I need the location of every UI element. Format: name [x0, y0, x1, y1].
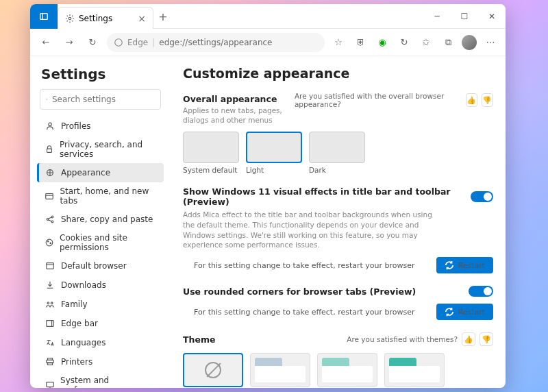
sidebar-item-lock[interactable]: Privacy, search, and services	[37, 136, 164, 163]
lock-icon	[45, 144, 54, 155]
menu-icon[interactable]: ⋯	[482, 34, 499, 51]
restart-button[interactable]: Restart	[436, 257, 493, 273]
content: Settings ProfilesPrivacy, search, and se…	[30, 56, 506, 388]
sidebar-item-edgebar[interactable]: Edge bar	[37, 314, 164, 333]
back-button[interactable]: ←	[37, 34, 55, 51]
theme-options: DefaultMorning fogIcy mintIsland getaway	[183, 353, 493, 388]
search-input-wrap[interactable]	[40, 89, 161, 110]
theme-card[interactable]: Morning fog	[250, 353, 310, 388]
thumbs-down-button[interactable]: 👎	[482, 93, 493, 107]
visual-fx-toggle[interactable]	[471, 191, 493, 202]
sidebar-item-cookie[interactable]: Cookies and site permissions	[37, 229, 164, 256]
theme-card[interactable]: Icy mint	[317, 353, 377, 388]
sidebar-item-label: Languages	[61, 338, 105, 347]
sidebar-item-label: Profiles	[61, 121, 91, 131]
settings-sidebar: Settings ProfilesPrivacy, search, and se…	[30, 56, 171, 388]
svg-point-4	[46, 99, 47, 100]
visual-effects-section: Show Windows 11 visual effects in title …	[183, 186, 493, 273]
appearance-option-light[interactable]: Light	[246, 132, 302, 174]
edgebar-icon	[45, 318, 55, 329]
feedback-prompt: Are you satisfied with themes? 👍 👎	[347, 332, 493, 346]
thumbs-down-button[interactable]: 👎	[480, 332, 493, 346]
appearance-option-dark[interactable]: Dark	[309, 132, 365, 174]
svg-rect-27	[48, 363, 53, 365]
sidebar-item-lang[interactable]: Languages	[37, 333, 164, 352]
thumbs-up-button[interactable]: 👍	[462, 332, 475, 346]
tabs-icon	[45, 191, 54, 201]
restart-button[interactable]: Restart	[436, 304, 493, 320]
sidebar-item-system[interactable]: System and performance	[37, 371, 164, 388]
url-text: edge://settings/appearance	[159, 38, 272, 47]
svg-point-22	[51, 302, 53, 304]
section-title: Theme	[183, 334, 215, 345]
svg-rect-7	[47, 149, 52, 152]
svg-point-18	[50, 243, 51, 243]
rounded-corners-section: Use rounded corners for browser tabs (Pr…	[183, 286, 493, 320]
svg-rect-9	[46, 194, 53, 199]
sidebar-item-appearance[interactable]: Appearance	[37, 163, 164, 182]
svg-point-3	[115, 38, 123, 46]
option-label: System default	[183, 166, 239, 174]
svg-point-16	[46, 239, 53, 246]
theme-card[interactable]: Island getaway	[384, 353, 445, 388]
url-input[interactable]: Edge | edge://settings/appearance	[107, 33, 325, 52]
rounded-toggle[interactable]	[469, 286, 493, 297]
svg-line-5	[47, 100, 48, 101]
minimize-button[interactable]: ─	[423, 4, 451, 29]
sidebar-item-label: Edge bar	[61, 319, 98, 328]
svg-point-6	[49, 123, 51, 125]
profile-avatar[interactable]	[462, 35, 477, 50]
close-button[interactable]: ✕	[478, 4, 506, 29]
sidebar-item-download[interactable]: Downloads	[37, 275, 164, 295]
maximize-button[interactable]: ☐	[451, 4, 478, 29]
browser-tab[interactable]: Settings ×	[58, 7, 153, 29]
sync-icon[interactable]: ↻	[396, 34, 412, 51]
forward-button[interactable]: →	[60, 34, 78, 51]
tab-title: Settings	[79, 14, 112, 23]
tab-actions-button[interactable]	[30, 4, 58, 29]
lang-icon	[45, 337, 55, 348]
setting-description: Adds Mica effect to the title bar and to…	[183, 210, 443, 250]
browser-icon	[45, 260, 55, 271]
close-tab-icon[interactable]: ×	[138, 13, 146, 24]
url-prefix: Edge	[127, 38, 148, 47]
sidebar-item-share[interactable]: Share, copy and paste	[37, 210, 164, 229]
sidebar-item-tabs[interactable]: Start, home, and new tabs	[37, 182, 164, 210]
appearance-option-sysdef[interactable]: System default	[183, 132, 239, 174]
option-label: Dark	[309, 166, 365, 174]
favorites-icon[interactable]: ✩	[418, 34, 434, 51]
favorite-icon[interactable]: ☆	[330, 34, 347, 51]
thumbs-up-button[interactable]: 👍	[466, 93, 477, 107]
sidebar-item-label: Default browser	[61, 261, 127, 271]
family-icon	[45, 299, 55, 310]
main-panel: Customize appearance Overall appearance …	[171, 56, 506, 388]
svg-point-17	[48, 241, 49, 242]
svg-rect-23	[47, 321, 54, 327]
section-subtitle: Applies to new tabs, pages, dialogs and …	[183, 106, 288, 125]
appearance-options: System defaultLightDark	[183, 132, 493, 174]
theme-card[interactable]: Default	[183, 353, 243, 388]
sidebar-item-profile[interactable]: Profiles	[37, 117, 164, 136]
sidebar-item-label: Share, copy and paste	[61, 215, 153, 224]
svg-rect-28	[46, 382, 53, 387]
shield-icon[interactable]: ⛨	[352, 34, 369, 51]
extension-icon[interactable]: ◉	[374, 34, 390, 51]
browser-window: Settings × + ─ ☐ ✕ ← → ↻ Edge | edge://s…	[30, 4, 506, 388]
sidebar-item-printer[interactable]: Printers	[37, 352, 164, 371]
refresh-button[interactable]: ↻	[84, 34, 101, 51]
sidebar-item-browser[interactable]: Default browser	[37, 256, 164, 275]
search-input[interactable]	[52, 95, 155, 104]
profile-icon	[45, 121, 55, 132]
site-info-icon	[114, 38, 123, 47]
svg-point-21	[47, 302, 49, 304]
sidebar-item-label: Family	[61, 299, 88, 309]
collections-icon[interactable]: ⧉	[440, 34, 456, 51]
gear-icon	[65, 14, 75, 23]
share-icon	[45, 214, 55, 225]
refresh-icon	[445, 260, 454, 270]
svg-line-15	[48, 220, 51, 221]
window-controls: ─ ☐ ✕	[423, 4, 506, 29]
sidebar-item-family[interactable]: Family	[37, 295, 164, 314]
setting-label: Show Windows 11 visual effects in title …	[183, 186, 471, 207]
new-tab-button[interactable]: +	[153, 7, 173, 26]
